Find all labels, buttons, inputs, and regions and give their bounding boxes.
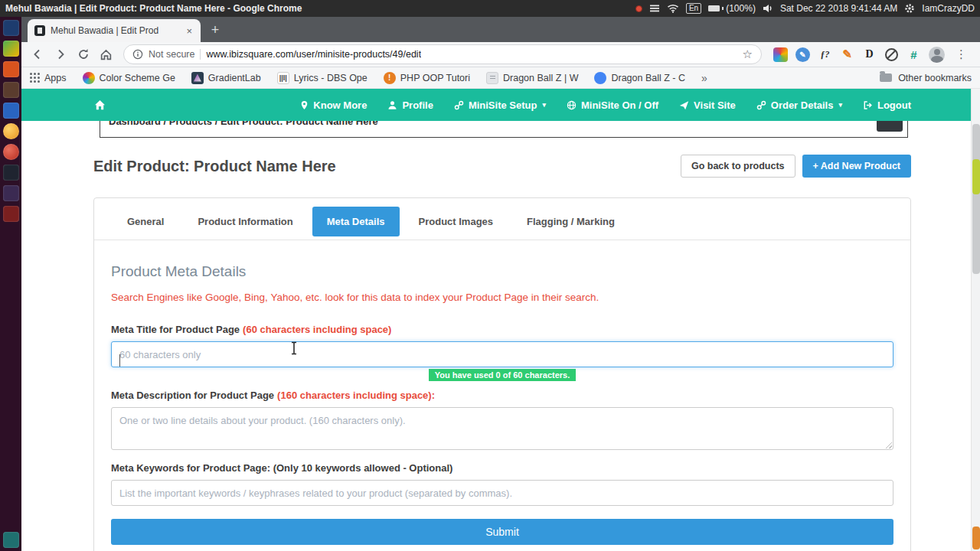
launcher-icon[interactable] — [3, 103, 19, 119]
submit-button[interactable]: Submit — [111, 519, 893, 545]
site-nav-items: Know More Profile MiniSite Setup ▾ MiniS… — [300, 99, 911, 111]
tab-close-icon[interactable]: × — [185, 25, 194, 37]
volume-icon[interactable] — [763, 4, 773, 13]
info-icon[interactable] — [132, 49, 143, 60]
extension-colorful-icon[interactable] — [773, 47, 788, 62]
meta-keywords-input[interactable] — [111, 480, 893, 506]
blue-favicon — [594, 72, 606, 84]
tab-general[interactable]: General — [113, 207, 178, 236]
nav-item-minisite-setup[interactable]: MiniSite Setup ▾ — [454, 99, 546, 111]
tab-flagging-marking[interactable]: Flagging / Marking — [512, 207, 629, 236]
home-button[interactable] — [96, 45, 116, 64]
launcher-icon[interactable] — [3, 123, 19, 139]
bookmark-label: PHP OOP Tutori — [400, 73, 470, 83]
tab-meta-details[interactable]: Meta Details — [312, 207, 400, 236]
nav-item-order-details[interactable]: Order Details ▾ — [756, 99, 842, 111]
battery-icon — [708, 5, 720, 11]
page-scrollbar[interactable] — [971, 89, 980, 551]
site-navbar: Know More Profile MiniSite Setup ▾ MiniS… — [21, 89, 980, 121]
other-bookmarks[interactable]: Other bookmarks — [880, 73, 972, 83]
menu-list-icon[interactable] — [649, 4, 660, 13]
url-text[interactable]: www.ibizsquare.com/user/minisite-product… — [206, 49, 421, 60]
extension-blue-pen-icon[interactable]: ✎ — [795, 47, 810, 62]
record-indicator-icon[interactable] — [635, 5, 642, 12]
launcher-icon[interactable] — [3, 206, 19, 222]
breadcrumb[interactable]: Dashboard / Products / Edit Product: Pro… — [109, 121, 378, 127]
extension-pencil-icon[interactable]: ✎ — [840, 47, 854, 62]
security-label[interactable]: Not secure — [149, 49, 194, 60]
extension-d-icon[interactable]: D — [862, 47, 877, 62]
session-username[interactable]: IamCrazyDD — [922, 3, 975, 14]
breadcrumb-right-button[interactable] — [877, 121, 903, 132]
tab-product-images[interactable]: Product Images — [404, 207, 508, 236]
extension-grid-icon[interactable]: # — [906, 47, 921, 62]
back-button[interactable] — [28, 45, 47, 64]
meta-title-input[interactable] — [111, 341, 893, 367]
launcher-icon[interactable] — [3, 144, 19, 160]
bookmark-label: GradientLab — [208, 73, 261, 83]
launcher-icon[interactable] — [3, 165, 19, 181]
launcher-icon[interactable] — [3, 41, 19, 57]
scrollbar-marker-green — [972, 159, 980, 194]
launcher-icon[interactable] — [3, 61, 19, 77]
text-caret — [119, 354, 120, 367]
tab-product-information[interactable]: Product Information — [183, 207, 307, 236]
bookmark-item[interactable]: GradientLab — [191, 72, 261, 84]
address-bar[interactable]: Not secure www.ibizsquare.com/user/minis… — [123, 44, 762, 64]
keyboard-layout-indicator[interactable]: En — [686, 3, 701, 14]
extension-function-icon[interactable]: ƒ? — [818, 47, 832, 62]
bookmarks-bar: Apps Color Scheme Ge GradientLab ||l|Lyr… — [21, 67, 980, 89]
globe-icon — [567, 100, 577, 110]
system-tray: En (100%) Sat Dec 22 2018 9:41:44 AM Iam… — [635, 3, 975, 14]
nav-item-know-more[interactable]: Know More — [300, 99, 367, 111]
apps-shortcut[interactable]: Apps — [30, 73, 67, 83]
bookmark-item[interactable]: Dragon Ball Z - C — [594, 72, 685, 84]
forward-button[interactable] — [51, 45, 70, 64]
nav-item-logout[interactable]: Logout — [863, 99, 911, 111]
nav-item-visit-site[interactable]: Visit Site — [679, 99, 736, 111]
meta-description-label: Meta Description for Product Page(160 ch… — [111, 390, 893, 401]
browser-toolbar: Not secure www.ibizsquare.com/user/minis… — [21, 42, 980, 67]
php-favicon: ! — [384, 72, 396, 84]
meta-description-textarea[interactable] — [111, 407, 893, 450]
bookmark-item[interactable]: !PHP OOP Tutori — [384, 72, 470, 84]
meta-title-label: Meta Title for Product Page(60 character… — [111, 324, 893, 335]
nav-label: Visit Site — [694, 99, 736, 111]
nav-item-profile[interactable]: Profile — [387, 99, 433, 111]
seo-note: Search Engines like Google, Bing, Yahoo,… — [111, 292, 893, 303]
settings-gear-icon[interactable] — [904, 3, 915, 14]
tab-favicon — [34, 25, 45, 36]
launcher-icon[interactable] — [3, 532, 19, 548]
nav-item-minisite-onoff[interactable]: MiniSite On / Off — [567, 99, 658, 111]
bookmark-item[interactable]: Color Scheme Ge — [83, 72, 175, 84]
go-back-button[interactable]: Go back to products — [681, 155, 795, 178]
meta-description-wrap — [111, 407, 893, 450]
launcher-icon[interactable] — [3, 185, 19, 201]
bookmark-star-icon[interactable]: ☆ — [743, 47, 753, 61]
new-tab-button[interactable]: + — [206, 21, 224, 40]
browser-tab[interactable]: Mehul Bawadia | Edit Prod × — [28, 19, 201, 42]
browser-window: Mehul Bawadia | Edit Prod × + Not secure… — [21, 17, 980, 551]
scrollbar-thumb[interactable] — [972, 124, 980, 274]
add-new-product-button[interactable]: + Add New Product — [802, 155, 912, 178]
nav-label: MiniSite On / Off — [581, 99, 658, 111]
link-icon — [756, 100, 766, 110]
doc-favicon — [486, 72, 498, 84]
profile-avatar[interactable] — [929, 47, 945, 63]
browser-menu-icon[interactable]: ⋮ — [952, 47, 970, 61]
reload-button[interactable] — [74, 45, 93, 64]
bookmark-item[interactable]: ||l|Lyrics - DBS Ope — [277, 72, 368, 84]
launcher-icon[interactable] — [3, 20, 19, 36]
extension-blocker-icon[interactable] — [884, 47, 899, 62]
launcher-icon[interactable] — [3, 82, 19, 98]
add-new-product-label: Add New Product — [821, 161, 900, 171]
bookmarks-overflow-chevron[interactable]: » — [701, 72, 707, 84]
wifi-icon[interactable] — [667, 4, 679, 13]
page-header: Edit Product: Product Name Here Go back … — [93, 155, 911, 178]
clock[interactable]: Sat Dec 22 2018 9:41:44 AM — [780, 3, 897, 14]
bookmark-item[interactable]: Dragon Ball Z | W — [486, 72, 578, 84]
battery-indicator[interactable]: (100%) — [708, 3, 756, 14]
meta-title-label-highlight: (60 characters including space) — [243, 324, 391, 335]
folder-icon — [880, 73, 892, 82]
nav-home-button[interactable] — [93, 99, 106, 111]
